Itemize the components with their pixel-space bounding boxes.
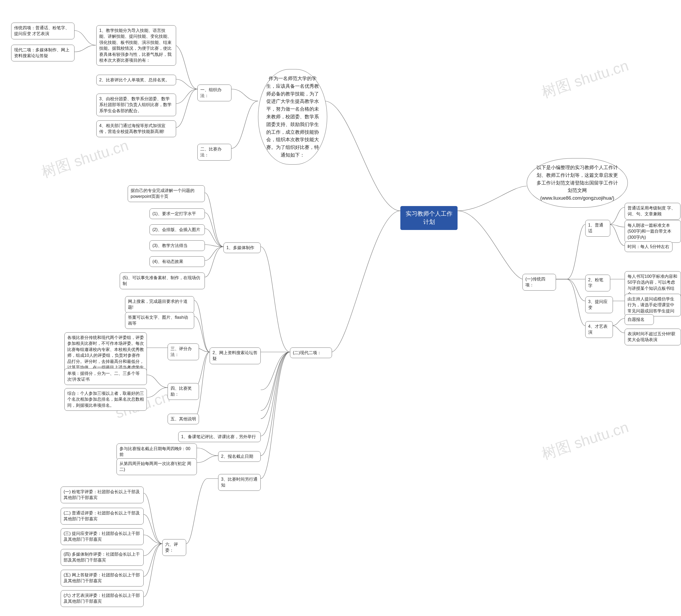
section-traditional[interactable]: (一)传统四项： [523,274,556,291]
trad-qa[interactable]: 3、提问应变 [585,296,613,313]
org-1[interactable]: 1、教学技能分为导入技能、语言技能、讲解技能、提问技能、变化技能、强化技能、板书… [96,25,176,66]
judge-5[interactable]: (五) 网上答疑评委：社团部会长以上干部及其他部门干部嘉宾 [61,570,144,587]
watermark: 树图 shutu.cn [539,417,631,464]
deadline-1[interactable]: 参与比赛报名截止日期每周四晚9：00前 [117,444,197,460]
trad-talent[interactable]: 4、才艺表演 [585,321,613,338]
org1-a[interactable]: 传统四项：普通话、粉笔字、提问应变 才艺表演 [11,23,74,39]
score-method[interactable]: 三、评分办法： [168,344,199,360]
judge-2[interactable]: (二) 普通话评委：社团部会长以上干部及其他部门干部嘉宾 [61,508,144,525]
trad-talent-2[interactable]: 表演时间不超过五分钟!获奖大会现场表演 [625,329,681,345]
watermark: 树图 shutu.cn [39,135,131,182]
mindmap-canvas: 树图 shutu.cn 树图 shutu.cn 树图 shutu.cn shut… [0,0,681,616]
section-er[interactable]: 二、比赛办法： [197,144,231,161]
judges[interactable]: 六、评委： [162,539,186,556]
org-2[interactable]: 2、比赛评比个人单项奖、总排名奖。 [96,75,176,85]
award[interactable]: 四、比赛奖励： [168,383,199,400]
deadline-2[interactable]: 从第四周开始每两周一次比赛!(初定 周二) [117,458,197,475]
modern-web[interactable]: 2、网上资料搜索论坛答疑 [210,347,261,364]
mm-4[interactable]: (4)、有动态效果 [150,256,205,267]
notice-ellipse[interactable]: 作为一名师范大学的学生，应该具备一名优秀教师必备的教学技能，为了促进广大学生提高… [258,69,327,165]
prep-notes[interactable]: 1、备课笔记评比、讲课比赛，另外举行 [178,431,261,442]
mm-3[interactable]: (3)、教学方法得当 [150,240,205,251]
watermark: 树图 shutu.cn [539,56,631,103]
judge-6[interactable]: (六) 才艺表演评委：社团部会长以上干部及其他部门干部嘉宾 [61,590,144,607]
mm-2[interactable]: (2)、会排版、会插入图片 [150,224,205,235]
mm-5[interactable]: (5)、可以事先准备素材、制作，在现场仿制 [120,272,205,289]
trad-putonghua-2[interactable]: 每人朗读一篇标准文本(500字)和一篇自带文本(300字内) [625,220,681,243]
section-yi[interactable]: 一、组织办法： [197,84,231,101]
root-node[interactable]: 实习教师个人工作计划 [400,206,457,230]
trad-qa-1[interactable]: 由主持人提问或模仿学生行为，请选手处理课堂中常见问题或回答学生提问 [625,294,681,316]
award-1[interactable]: 单项：据得分，分为一、二、三多个等次!并发证书 [65,368,147,385]
org1-b[interactable]: 现代二项：多媒体制作、网上资料搜索论坛答疑 [11,45,74,61]
award-2[interactable]: 综合：个人参加三项以上者，取最好的三个名次相加参加总排名，如果名次总数相同，则据… [65,388,147,411]
trad-talent-1[interactable]: 自愿报名 [625,314,654,325]
section-modern[interactable]: (二)现代二项： [290,347,332,358]
mm-1[interactable]: (1)、要求一定打字水平 [150,209,205,219]
time-tbd[interactable]: 3、比赛时间另行通知 [218,474,261,491]
judge-4[interactable]: (四) 多媒体制作评委：社团部会长以上干部及其他部门干部嘉宾 [61,549,144,566]
intro-ellipse[interactable]: 以下是小编整理的实习教师个人工作计划、教师工作计划等，这篇文章启发更多工作计划范… [527,158,628,208]
org-3[interactable]: 3、由校分团委、数学系分团委、数学系社团部等部门负责人组织比赛，数学系学生会各部… [96,93,176,116]
trad-putonghua-1[interactable]: 普通话采用考级制度 字、词、句、文章兼顾 [625,203,680,220]
judge-1[interactable]: (一) 粉笔字评委：社团部会长以上干部及其他部门干部嘉宾 [61,486,144,503]
others[interactable]: 五、其他说明 [168,414,199,424]
org-4[interactable]: 4、相关部门通过海报等形式加强宣传，营造全校提高教学技能新高潮! [96,120,176,137]
deadline[interactable]: 2、报名截止日期 [218,451,261,462]
trad-chalk[interactable]: 2、粉笔字 [585,275,610,291]
web-0[interactable]: 网上搜索，完成题目要求的十道题! [125,296,194,313]
judge-3[interactable]: (三) 提问应变评委：社团部会长以上干部及其他部门干部嘉宾 [61,528,144,545]
trad-putonghua-3[interactable]: 时间：每人 5分钟左右 [625,241,673,252]
modern-multimedia[interactable]: 1、多媒体制作 [224,242,261,253]
mm-0[interactable]: 据自己的专业完成讲解一个问题的powerpoint页面十页 [128,185,205,202]
trad-putonghua[interactable]: 1、普通话 [585,220,610,237]
web-1[interactable]: 答案可以有文字、图片、flash动画等 [125,312,194,329]
